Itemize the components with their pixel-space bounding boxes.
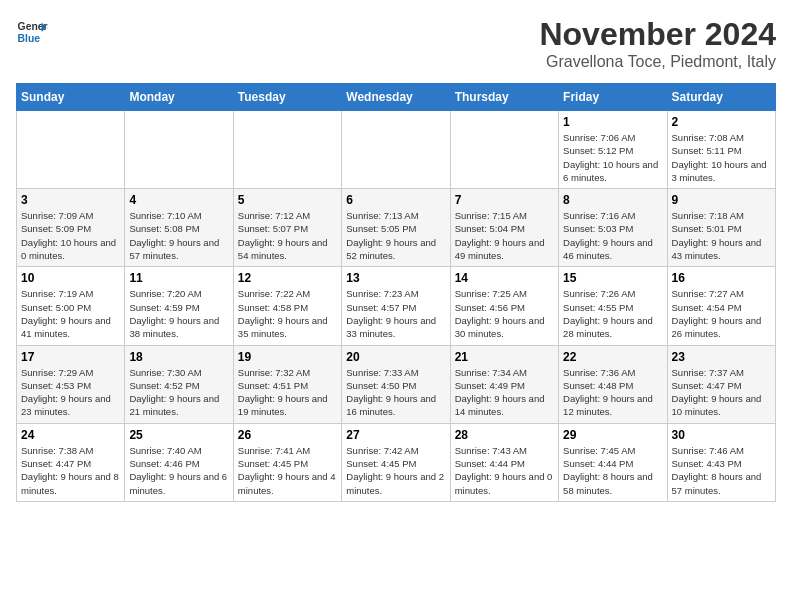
day-info: Sunrise: 7:20 AM Sunset: 4:59 PM Dayligh… [129, 287, 228, 340]
calendar-header: SundayMondayTuesdayWednesdayThursdayFrid… [17, 84, 776, 111]
calendar-cell: 6Sunrise: 7:13 AM Sunset: 5:05 PM Daylig… [342, 189, 450, 267]
day-number: 20 [346, 350, 445, 364]
day-number: 16 [672, 271, 771, 285]
day-info: Sunrise: 7:45 AM Sunset: 4:44 PM Dayligh… [563, 444, 662, 497]
day-number: 9 [672, 193, 771, 207]
calendar-table: SundayMondayTuesdayWednesdayThursdayFrid… [16, 83, 776, 502]
day-number: 28 [455, 428, 554, 442]
calendar-body: 1Sunrise: 7:06 AM Sunset: 5:12 PM Daylig… [17, 111, 776, 502]
day-info: Sunrise: 7:06 AM Sunset: 5:12 PM Dayligh… [563, 131, 662, 184]
calendar-week: 17Sunrise: 7:29 AM Sunset: 4:53 PM Dayli… [17, 345, 776, 423]
day-number: 1 [563, 115, 662, 129]
day-number: 21 [455, 350, 554, 364]
day-info: Sunrise: 7:19 AM Sunset: 5:00 PM Dayligh… [21, 287, 120, 340]
svg-text:Blue: Blue [18, 33, 41, 44]
day-number: 6 [346, 193, 445, 207]
weekday-row: SundayMondayTuesdayWednesdayThursdayFrid… [17, 84, 776, 111]
day-info: Sunrise: 7:46 AM Sunset: 4:43 PM Dayligh… [672, 444, 771, 497]
day-info: Sunrise: 7:36 AM Sunset: 4:48 PM Dayligh… [563, 366, 662, 419]
calendar-week: 3Sunrise: 7:09 AM Sunset: 5:09 PM Daylig… [17, 189, 776, 267]
day-number: 8 [563, 193, 662, 207]
day-number: 27 [346, 428, 445, 442]
day-info: Sunrise: 7:23 AM Sunset: 4:57 PM Dayligh… [346, 287, 445, 340]
calendar-cell: 4Sunrise: 7:10 AM Sunset: 5:08 PM Daylig… [125, 189, 233, 267]
day-info: Sunrise: 7:10 AM Sunset: 5:08 PM Dayligh… [129, 209, 228, 262]
day-info: Sunrise: 7:43 AM Sunset: 4:44 PM Dayligh… [455, 444, 554, 497]
calendar-cell: 26Sunrise: 7:41 AM Sunset: 4:45 PM Dayli… [233, 423, 341, 501]
weekday-header: Wednesday [342, 84, 450, 111]
calendar-cell: 29Sunrise: 7:45 AM Sunset: 4:44 PM Dayli… [559, 423, 667, 501]
day-number: 23 [672, 350, 771, 364]
day-number: 30 [672, 428, 771, 442]
day-number: 7 [455, 193, 554, 207]
calendar-cell: 11Sunrise: 7:20 AM Sunset: 4:59 PM Dayli… [125, 267, 233, 345]
weekday-header: Thursday [450, 84, 558, 111]
page-header: General Blue November 2024 Gravellona To… [16, 16, 776, 71]
calendar-cell: 1Sunrise: 7:06 AM Sunset: 5:12 PM Daylig… [559, 111, 667, 189]
weekday-header: Sunday [17, 84, 125, 111]
calendar-cell: 12Sunrise: 7:22 AM Sunset: 4:58 PM Dayli… [233, 267, 341, 345]
day-info: Sunrise: 7:22 AM Sunset: 4:58 PM Dayligh… [238, 287, 337, 340]
day-info: Sunrise: 7:25 AM Sunset: 4:56 PM Dayligh… [455, 287, 554, 340]
day-info: Sunrise: 7:32 AM Sunset: 4:51 PM Dayligh… [238, 366, 337, 419]
calendar-cell: 16Sunrise: 7:27 AM Sunset: 4:54 PM Dayli… [667, 267, 775, 345]
day-number: 4 [129, 193, 228, 207]
calendar-cell: 5Sunrise: 7:12 AM Sunset: 5:07 PM Daylig… [233, 189, 341, 267]
logo: General Blue [16, 16, 48, 48]
day-info: Sunrise: 7:13 AM Sunset: 5:05 PM Dayligh… [346, 209, 445, 262]
weekday-header: Monday [125, 84, 233, 111]
day-number: 5 [238, 193, 337, 207]
calendar-cell: 27Sunrise: 7:42 AM Sunset: 4:45 PM Dayli… [342, 423, 450, 501]
day-number: 12 [238, 271, 337, 285]
day-number: 24 [21, 428, 120, 442]
calendar-cell: 21Sunrise: 7:34 AM Sunset: 4:49 PM Dayli… [450, 345, 558, 423]
month-title: November 2024 [539, 16, 776, 53]
title-section: November 2024 Gravellona Toce, Piedmont,… [539, 16, 776, 71]
location-title: Gravellona Toce, Piedmont, Italy [539, 53, 776, 71]
day-info: Sunrise: 7:37 AM Sunset: 4:47 PM Dayligh… [672, 366, 771, 419]
day-number: 11 [129, 271, 228, 285]
day-number: 22 [563, 350, 662, 364]
weekday-header: Saturday [667, 84, 775, 111]
calendar-cell: 13Sunrise: 7:23 AM Sunset: 4:57 PM Dayli… [342, 267, 450, 345]
calendar-cell: 28Sunrise: 7:43 AM Sunset: 4:44 PM Dayli… [450, 423, 558, 501]
calendar-cell: 19Sunrise: 7:32 AM Sunset: 4:51 PM Dayli… [233, 345, 341, 423]
calendar-cell: 25Sunrise: 7:40 AM Sunset: 4:46 PM Dayli… [125, 423, 233, 501]
day-info: Sunrise: 7:30 AM Sunset: 4:52 PM Dayligh… [129, 366, 228, 419]
day-number: 15 [563, 271, 662, 285]
day-info: Sunrise: 7:12 AM Sunset: 5:07 PM Dayligh… [238, 209, 337, 262]
day-info: Sunrise: 7:18 AM Sunset: 5:01 PM Dayligh… [672, 209, 771, 262]
day-number: 25 [129, 428, 228, 442]
day-number: 3 [21, 193, 120, 207]
day-number: 19 [238, 350, 337, 364]
calendar-cell [450, 111, 558, 189]
calendar-cell: 15Sunrise: 7:26 AM Sunset: 4:55 PM Dayli… [559, 267, 667, 345]
calendar-cell: 23Sunrise: 7:37 AM Sunset: 4:47 PM Dayli… [667, 345, 775, 423]
day-number: 10 [21, 271, 120, 285]
day-info: Sunrise: 7:29 AM Sunset: 4:53 PM Dayligh… [21, 366, 120, 419]
calendar-cell: 3Sunrise: 7:09 AM Sunset: 5:09 PM Daylig… [17, 189, 125, 267]
calendar-cell [233, 111, 341, 189]
day-info: Sunrise: 7:41 AM Sunset: 4:45 PM Dayligh… [238, 444, 337, 497]
day-number: 14 [455, 271, 554, 285]
day-info: Sunrise: 7:27 AM Sunset: 4:54 PM Dayligh… [672, 287, 771, 340]
calendar-cell: 2Sunrise: 7:08 AM Sunset: 5:11 PM Daylig… [667, 111, 775, 189]
calendar-cell: 14Sunrise: 7:25 AM Sunset: 4:56 PM Dayli… [450, 267, 558, 345]
calendar-cell: 17Sunrise: 7:29 AM Sunset: 4:53 PM Dayli… [17, 345, 125, 423]
day-number: 13 [346, 271, 445, 285]
day-info: Sunrise: 7:08 AM Sunset: 5:11 PM Dayligh… [672, 131, 771, 184]
day-info: Sunrise: 7:15 AM Sunset: 5:04 PM Dayligh… [455, 209, 554, 262]
calendar-cell [17, 111, 125, 189]
calendar-week: 24Sunrise: 7:38 AM Sunset: 4:47 PM Dayli… [17, 423, 776, 501]
calendar-cell: 9Sunrise: 7:18 AM Sunset: 5:01 PM Daylig… [667, 189, 775, 267]
calendar-cell: 18Sunrise: 7:30 AM Sunset: 4:52 PM Dayli… [125, 345, 233, 423]
calendar-cell: 10Sunrise: 7:19 AM Sunset: 5:00 PM Dayli… [17, 267, 125, 345]
day-info: Sunrise: 7:38 AM Sunset: 4:47 PM Dayligh… [21, 444, 120, 497]
day-number: 2 [672, 115, 771, 129]
weekday-header: Tuesday [233, 84, 341, 111]
day-info: Sunrise: 7:33 AM Sunset: 4:50 PM Dayligh… [346, 366, 445, 419]
day-number: 29 [563, 428, 662, 442]
calendar-cell [125, 111, 233, 189]
day-number: 17 [21, 350, 120, 364]
calendar-cell: 22Sunrise: 7:36 AM Sunset: 4:48 PM Dayli… [559, 345, 667, 423]
